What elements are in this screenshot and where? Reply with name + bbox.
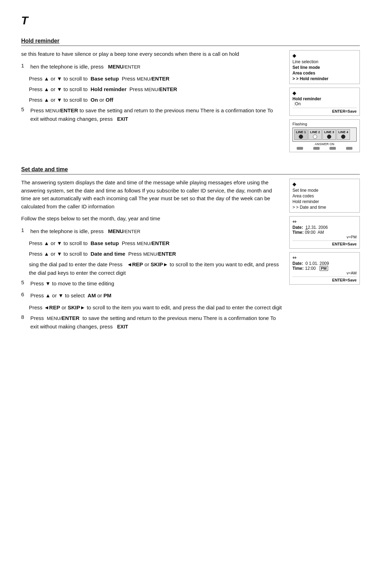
date-label1: Date: [292,225,303,230]
enter-bold-2a: ENTER [152,240,170,246]
on-bold-1c: On [91,97,98,103]
step5-num: 5 [21,106,28,123]
pm-bold: PM [103,292,111,298]
s2-menu-areacodes: Area codes [292,193,357,199]
date-label2: Date: [292,261,303,266]
phone-bottom [292,147,357,150]
line1-group: LINE 1 [294,129,308,140]
line4-label: LINE 4 [338,130,348,134]
enter-bold-1b: ENTER [159,86,177,92]
arrow-up-2a [44,240,49,246]
s2-menu-datetime: > Date and time [292,204,357,210]
menu-sc-8: MENU/ [47,316,62,321]
substep-2a: Press or to scroll to Base setup Press M… [29,239,282,248]
menu-key: MENU [108,64,123,70]
line4-dot [341,135,345,139]
pm-box: PM [320,266,328,271]
line4-group: LINE 4 [337,129,350,140]
time-row1: Time: 09:00 AM [292,230,357,235]
baseset-bold-2a: Base setup [91,240,119,246]
line2-dot [313,135,317,139]
menu-sc-2b: MENU/ [143,251,158,257]
s2-step1-content: hen the telephone is idle, press MENU/EN… [30,227,282,236]
s2-menu-holdreminder: Hold reminder [292,199,357,204]
substep-1b: Press or to scroll to Hold reminder Pres… [29,85,282,94]
v-am: v=AM [292,271,357,275]
s2-step5-content: Press to move to the time editing [30,279,282,288]
enter-key: /ENTER [123,64,140,70]
section1-step5: 5 Press MENU/ENTER to save the setting a… [21,106,282,123]
section1-text: se this feature to have silence or play … [21,50,282,152]
sidebox2-datetime1: ⇔ Date: 12.31. 2006 Time: 09:00 AM v=PM … [289,216,360,249]
enter-save-1: ENTER=Save [292,108,357,113]
enter-bold-8: ENTER [62,315,80,321]
menu-item-setline: Set line mode [292,65,357,70]
arrow-up-1b [44,86,49,92]
menu-item-linesel: Line selection [292,59,357,65]
exit-key-5: EXIT [117,116,128,122]
enter-save-s2-2: ENTER=Save [292,277,357,282]
arrow-down-5 [46,280,51,286]
rep-key-6a: ◄REP [44,304,60,310]
substep-2b: Press or to scroll to Date and time Pres… [29,250,282,258]
sidebox1-menu: ◆ Line selection Set line mode Area code… [289,50,360,84]
section2-step8: 8 Press MENU/ENTER to save the setting a… [21,314,282,331]
arrow-down-6 [58,292,64,298]
section1-sidepanels: ◆ Line selection Set line mode Area code… [289,50,360,152]
diamond-s2-2: ⇔ [292,219,357,224]
off-bold-1c: Off [105,97,113,103]
menu-sc-1a: MENU/ [137,76,152,82]
menu-item-holdreminder: > Hold reminder [292,76,357,82]
section1-body: se this feature to have silence or play … [21,50,360,152]
date-value1: 12.31. 2006 [306,225,328,230]
arrow-down-2b [57,251,62,257]
btn4 [346,147,352,150]
arrow-down-1c [57,97,62,103]
section2-title: Set date and time [21,166,360,174]
step1-num: 1 [21,63,28,71]
s2-step1-num: 1 [21,227,28,236]
enter-bold-5: ENTER [60,107,78,113]
section2-intro2: Follow the steps below to set the month,… [21,215,282,223]
section2-text: The answering system displays the date a… [21,179,282,334]
line2-label: LINE 2 [310,130,320,134]
line3-label: LINE 3 [324,130,334,134]
menu-sc-5: MENU/ [46,108,60,113]
sidebox1-holdreminder: ◆ Hold reminder :On ENTER=Save [289,88,360,116]
s2-step6-num: 6 [21,291,28,300]
s2-menu-setline: Set line mode [292,188,357,193]
enter-save-s2-1: ENTER=Save [292,240,357,246]
section-hold-reminder: Hold reminder se this feature to have si… [21,38,360,152]
exit-key-8: EXIT [117,324,128,329]
rep-key: ◄REP [127,261,143,267]
phone-lines: LINE 1 LINE 2 LINE 3 LINE 4 [292,127,357,142]
time-label1: Time: [292,230,304,235]
holdreminder-value: :On [294,101,357,106]
diamond-s2-3: ⇔ [292,255,357,260]
section2-sidepanels: ◆ Set line mode Area codes Hold reminder… [289,179,360,334]
line3-group: LINE 3 [322,129,336,140]
menu-item-areacodes: Area codes [292,70,357,76]
diamond1: ◆ [292,53,357,58]
enter-bold-2b: ENTER [158,251,176,257]
section1-step1: 1 hen the telephone is idle, press MENU/… [21,63,282,71]
arrow-down-2a [57,240,62,246]
flashing-label: Flashing [292,122,357,126]
section-date-time: Set date and time The answering system d… [21,166,360,334]
enter-bold-1a: ENTER [152,76,170,82]
baseset-bold-1a: Base setup [91,76,119,82]
date-row1: Date: 12.31. 2006 [292,225,357,230]
arrow-up-6 [46,292,51,298]
datetime-bold-2b: Date and time [91,251,125,257]
holdreminder-bold-1b: Hold reminder [91,86,127,92]
section1-intro: se this feature to have silence or play … [21,50,282,58]
step5-content: Press MENU/ENTER to save the setting and… [30,106,282,123]
substep-6a: Press ◄REP or SKIP► to scroll to the ite… [29,303,282,312]
substep-1a: Press or to scroll to Base setup Press M… [29,75,282,83]
substep-2c: sing the dial pad to enter the date Pres… [29,260,282,277]
v-pm: v=PM [292,235,357,239]
skip-key: SKIP► [151,261,168,267]
sidebox2-datetime2: ⇔ Date: 0 1.01. 2009 Time: 12:00 PM v=AM… [289,252,360,285]
s2-enter-key: /ENTER [123,229,140,234]
arrow-up-2b [44,251,49,257]
